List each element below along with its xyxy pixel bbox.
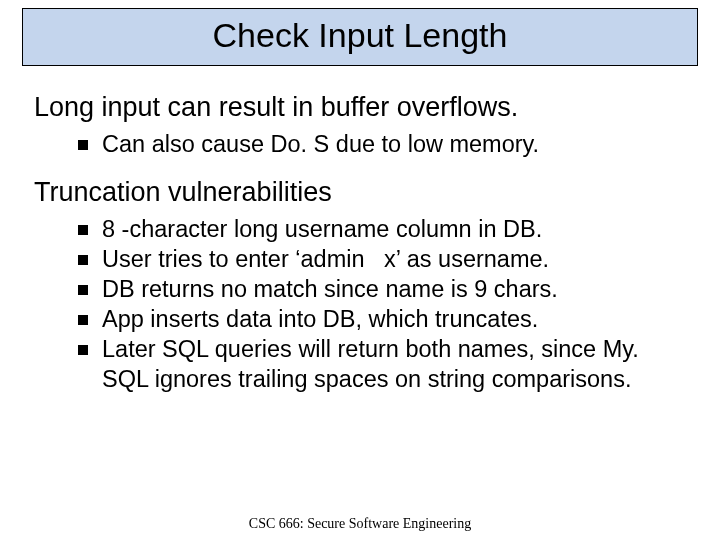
title-bar: Check Input Length — [22, 8, 698, 66]
list-item-text: 8 -character long username column in DB. — [102, 216, 542, 242]
list-item-text: Later SQL queries will return both names… — [102, 336, 639, 392]
list-item: DB returns no match since name is 9 char… — [78, 274, 686, 304]
list-item: App inserts data into DB, which truncate… — [78, 304, 686, 334]
list-item-text: App inserts data into DB, which truncate… — [102, 306, 538, 332]
slide: Check Input Length Long input can result… — [0, 8, 720, 540]
list-item-text: User tries to enter ‘admin x’ as usernam… — [102, 246, 549, 272]
list-item: Can also cause Do. S due to low memory. — [78, 129, 686, 159]
slide-body: Long input can result in buffer overflow… — [0, 66, 720, 395]
list-item: Later SQL queries will return both names… — [78, 334, 686, 394]
section-2-list: 8 -character long username column in DB.… — [34, 214, 686, 394]
section-heading-2: Truncation vulnerabilities — [34, 177, 686, 208]
slide-footer: CSC 666: Secure Software Engineering — [0, 516, 720, 532]
list-item: 8 -character long username column in DB. — [78, 214, 686, 244]
list-item-text: DB returns no match since name is 9 char… — [102, 276, 558, 302]
slide-title: Check Input Length — [213, 16, 508, 55]
list-item: User tries to enter ‘admin x’ as usernam… — [78, 244, 686, 274]
section-heading-1: Long input can result in buffer overflow… — [34, 92, 686, 123]
section-1-list: Can also cause Do. S due to low memory. — [34, 129, 686, 159]
list-item-text: Can also cause Do. S due to low memory. — [102, 131, 539, 157]
